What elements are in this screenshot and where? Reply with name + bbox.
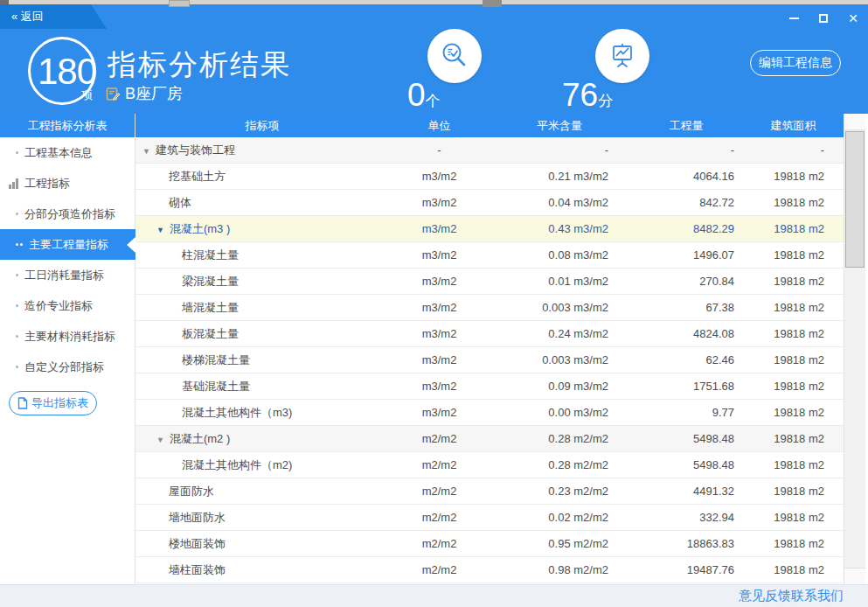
scrollbar-thumb[interactable] bbox=[845, 131, 865, 268]
table-row[interactable]: 墙柱面装饰m2/m20.98 m2/m219487.7619818 m2 bbox=[135, 557, 844, 583]
minimize-icon bbox=[789, 17, 799, 19]
dot-icon bbox=[16, 213, 18, 215]
cell-per-sqm: 0.95 m2/m2 bbox=[490, 537, 629, 550]
health-score: 76 bbox=[562, 77, 598, 114]
export-indicator-table-button[interactable]: 导出指标表 bbox=[9, 391, 97, 415]
cell-quantity: 19487.76 bbox=[629, 563, 743, 576]
cell-per-sqm: 0.21 m3/m2 bbox=[490, 170, 629, 183]
os-window-fragment bbox=[483, 0, 502, 7]
indicator-name: 建筑与装饰工程 bbox=[156, 143, 235, 157]
sidebar: 工程指标分析表 工程基本信息工程指标分部分项造价指标主要工程量指标工日消耗量指标… bbox=[0, 114, 135, 584]
collapse-triangle-icon[interactable]: ▼ bbox=[156, 226, 164, 234]
table-row[interactable]: 砌体m3/m20.04 m3/m2842.7219818 m2 bbox=[135, 190, 844, 216]
indicator-name: 楼地面装饰 bbox=[169, 537, 226, 550]
table-row[interactable]: 挖基础土方m3/m20.21 m3/m24064.1619818 m2 bbox=[135, 164, 844, 190]
cell-unit: m3/m2 bbox=[389, 196, 490, 209]
table-body: ▼建筑与装饰工程----挖基础土方m3/m20.21 m3/m24064.161… bbox=[135, 137, 844, 584]
table-row[interactable]: 混凝土其他构件（m3)m3/m20.00 m3/m29.7719818 m2 bbox=[135, 400, 844, 426]
column-header-unit: 单位 bbox=[389, 118, 490, 134]
table-row[interactable]: ▼建筑与装饰工程---- bbox=[135, 137, 844, 164]
sidebar-header: 工程指标分析表 bbox=[0, 114, 135, 137]
indicator-name: 混凝土(m2 ) bbox=[170, 432, 230, 445]
cell-quantity: 9.77 bbox=[629, 406, 743, 419]
sidebar-item-6[interactable]: 主要材料消耗指标 bbox=[0, 321, 135, 352]
dots-icon bbox=[16, 243, 23, 246]
minimize-button[interactable] bbox=[784, 10, 803, 26]
cell-building-area: - bbox=[743, 143, 844, 157]
dot-icon bbox=[16, 304, 18, 307]
cell-quantity: - bbox=[629, 143, 743, 157]
indicator-count: 180 bbox=[38, 51, 96, 93]
cell-building-area: 19818 m2 bbox=[743, 170, 844, 183]
table-row[interactable]: 墙地面防水m2/m20.02 m2/m2332.9419818 m2 bbox=[135, 505, 844, 531]
table-row[interactable]: 柱混凝土量m3/m20.08 m3/m21496.0719818 m2 bbox=[135, 242, 844, 269]
maximize-icon bbox=[819, 14, 828, 23]
table-row[interactable]: 板混凝土量m3/m20.24 m3/m24824.0819818 m2 bbox=[135, 321, 844, 347]
column-header-per-sqm: 平米含量 bbox=[490, 118, 629, 134]
maximize-button[interactable] bbox=[814, 10, 833, 26]
indicator-name: 柱混凝土量 bbox=[182, 248, 239, 262]
project-note-icon bbox=[106, 87, 121, 101]
sidebar-items: 工程基本信息工程指标分部分项造价指标主要工程量指标工日消耗量指标造价专业指标主要… bbox=[0, 137, 135, 382]
table-row[interactable]: ▼混凝土(m2 )m2/m20.28 m2/m25498.4819818 m2 bbox=[135, 426, 844, 452]
cell-unit: m2/m2 bbox=[389, 511, 490, 524]
edit-project-info-button[interactable]: 编辑工程信息 bbox=[750, 50, 841, 76]
table-row[interactable]: 混凝土其他构件（m2)m2/m20.28 m2/m25498.4819818 m… bbox=[135, 452, 844, 478]
indicator-name: 砌体 bbox=[169, 196, 191, 209]
cell-quantity: 332.94 bbox=[629, 511, 743, 524]
table-row[interactable]: 墙混凝土量m3/m20.003 m3/m267.3819818 m2 bbox=[135, 295, 844, 321]
cell-per-sqm: 0.04 m3/m2 bbox=[490, 196, 629, 209]
cell-per-sqm: 0.01 m3/m2 bbox=[490, 275, 629, 288]
dot-icon bbox=[16, 274, 18, 276]
close-button[interactable]: ✕ bbox=[844, 10, 863, 26]
collapse-triangle-icon[interactable]: ▼ bbox=[156, 436, 164, 444]
app-header: « 返回 ✕ 180 项 指标分析结果 B座厂房 0个问题指标项 bbox=[0, 4, 868, 114]
cell-building-area: 19818 m2 bbox=[743, 406, 844, 419]
cell-quantity: 62.46 bbox=[629, 353, 743, 366]
cell-unit: m3/m2 bbox=[389, 406, 490, 419]
sidebar-item-0[interactable]: 工程基本信息 bbox=[0, 137, 135, 168]
cell-per-sqm: 0.003 m3/m2 bbox=[490, 353, 629, 366]
sidebar-item-5[interactable]: 造价专业指标 bbox=[0, 290, 135, 321]
indicator-name: 墙柱面装饰 bbox=[169, 563, 226, 576]
collapse-triangle-icon[interactable]: ▼ bbox=[142, 147, 150, 156]
cell-per-sqm: 0.02 m2/m2 bbox=[490, 511, 629, 524]
scrollbar-down-button[interactable] bbox=[844, 568, 865, 584]
table-row[interactable]: ▼混凝土(m3 )m3/m20.43 m3/m28482.2919818 m2 bbox=[135, 216, 844, 242]
sidebar-item-label: 主要工程量指标 bbox=[29, 237, 108, 253]
cell-building-area: 19818 m2 bbox=[743, 563, 844, 576]
table-row[interactable]: 楼梯混凝土量m3/m20.003 m3/m262.4619818 m2 bbox=[135, 347, 844, 373]
sidebar-item-3[interactable]: 主要工程量指标 bbox=[0, 229, 135, 260]
sidebar-item-4[interactable]: 工日消耗量指标 bbox=[0, 260, 135, 290]
cell-quantity: 1751.68 bbox=[629, 380, 743, 393]
sidebar-item-7[interactable]: 自定义分部指标 bbox=[0, 352, 135, 382]
sidebar-item-label: 分部分项造价指标 bbox=[24, 206, 115, 222]
table-scrollbar[interactable] bbox=[844, 114, 865, 584]
problem-count: 0 bbox=[407, 77, 426, 114]
cell-quantity: 270.84 bbox=[629, 275, 743, 288]
indicator-name: 屋面防水 bbox=[169, 485, 214, 498]
table-row[interactable]: 屋面防水m2/m20.23 m2/m24491.3219818 m2 bbox=[135, 478, 844, 505]
indicator-name: 基础混凝土量 bbox=[182, 380, 250, 393]
magnifier-check-icon bbox=[427, 29, 482, 83]
cell-building-area: 19818 m2 bbox=[743, 511, 844, 524]
cell-per-sqm: 0.28 m2/m2 bbox=[490, 432, 629, 445]
indicator-name: 墙混凝土量 bbox=[182, 301, 239, 314]
cell-per-sqm: 0.003 m3/m2 bbox=[490, 301, 629, 314]
table-row[interactable]: 基础混凝土量m3/m20.09 m3/m21751.6819818 m2 bbox=[135, 373, 844, 400]
cell-unit: m3/m2 bbox=[389, 222, 490, 235]
column-header-quantity: 工程量 bbox=[629, 118, 743, 134]
indicator-table: 指标项 单位 平米含量 工程量 建筑面积 ▼建筑与装饰工程----挖基础土方m3… bbox=[135, 114, 844, 584]
bar-chart-icon bbox=[9, 178, 18, 189]
scrollbar-up-button[interactable] bbox=[844, 114, 865, 130]
back-button[interactable]: « 返回 bbox=[0, 4, 107, 29]
footer-bar: 意见反馈联系我们 bbox=[0, 584, 868, 607]
table-row[interactable]: 楼地面装饰m2/m20.95 m2/m218863.8319818 m2 bbox=[135, 531, 844, 557]
sidebar-item-2[interactable]: 分部分项造价指标 bbox=[0, 199, 135, 229]
cell-quantity: 5498.48 bbox=[629, 432, 743, 445]
feedback-contact-link[interactable]: 意见反馈联系我们 bbox=[739, 588, 844, 604]
indicator-name: 混凝土其他构件（m2) bbox=[182, 458, 292, 471]
sidebar-item-1[interactable]: 工程指标 bbox=[0, 168, 135, 199]
sidebar-item-label: 造价专业指标 bbox=[24, 298, 93, 314]
table-row[interactable]: 梁混凝土量m3/m20.01 m3/m2270.8419818 m2 bbox=[135, 269, 844, 295]
